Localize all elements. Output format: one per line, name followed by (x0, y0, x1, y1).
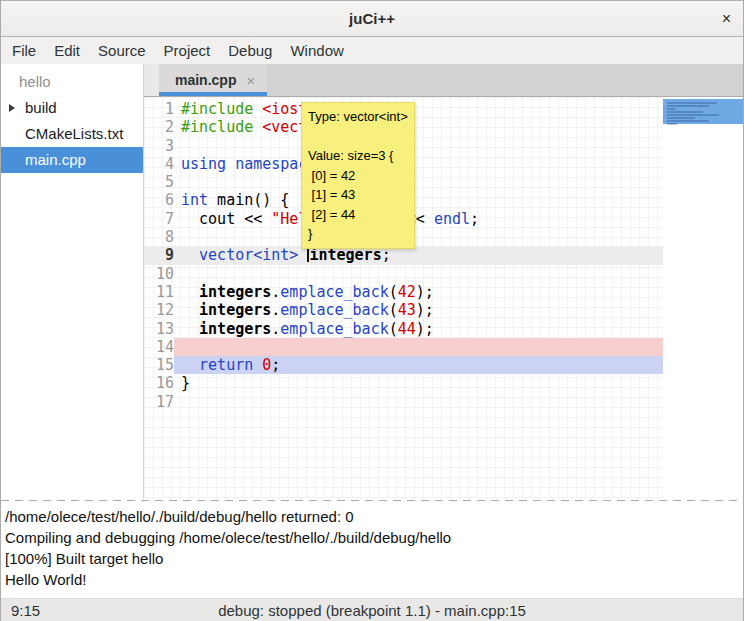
line-number: 9 (144, 246, 174, 264)
project-root-label: hello (1, 69, 143, 95)
file-tree-items: buildCMakeLists.txtmain.cpp (1, 95, 143, 173)
menu-item-source[interactable]: Source (89, 39, 155, 62)
code-text: integers.emplace_back(44); (174, 320, 663, 338)
tooltip-line: [1] = 43 (308, 185, 408, 205)
terminal-line: Compiling and debugging /home/olece/test… (5, 527, 739, 548)
tooltip-line: Value: size=3 { (308, 146, 408, 166)
terminal-output: /home/olece/test/hello/./build/debug/hel… (1, 503, 743, 598)
sidebar-item-build[interactable]: build (1, 95, 143, 121)
editor-pane: main.cpp × 1#include <iostream>2#include… (144, 64, 743, 499)
tooltip-line: [2] = 44 (308, 205, 408, 225)
line-number: 4 (144, 155, 174, 173)
expander-triangle-icon[interactable] (9, 104, 15, 112)
tab-main-cpp[interactable]: main.cpp × (159, 64, 267, 96)
sidebar-item-cmakelists-txt[interactable]: CMakeLists.txt (1, 121, 143, 147)
code-text (174, 173, 663, 191)
line-number: 12 (144, 301, 174, 319)
code-line-15[interactable]: 15 return 0; (144, 356, 663, 374)
code-text: } (174, 374, 663, 392)
terminal-line: Hello World! (5, 569, 739, 590)
sidebar-item-main-cpp[interactable]: main.cpp (1, 147, 143, 173)
code-line-14[interactable]: 14 (144, 338, 663, 356)
minimap-code-line (667, 120, 709, 122)
tab-label: main.cpp (175, 72, 236, 88)
line-number: 10 (144, 265, 174, 283)
active-tab-indicator (159, 92, 267, 96)
code-text: int main() { (174, 191, 663, 209)
code-line-17[interactable]: 17 (144, 393, 663, 411)
pane-splitter[interactable] (1, 499, 743, 503)
line-number: 2 (144, 118, 174, 136)
tabbar-spacer (144, 64, 159, 96)
menu-item-edit[interactable]: Edit (45, 39, 89, 62)
file-name-label: build (25, 99, 57, 116)
menu-item-project[interactable]: Project (155, 39, 220, 62)
status-debug-message: debug: stopped (breakpoint 1.1) - main.c… (218, 602, 526, 619)
splitter-dashed-line (1, 500, 743, 501)
window-title: juCi++ (349, 10, 395, 27)
menu-item-window[interactable]: Window (281, 39, 352, 62)
status-bar: 9:15 debug: stopped (breakpoint 1.1) - m… (1, 598, 743, 621)
code-text: integers.emplace_back(43); (174, 301, 663, 319)
tooltip-line (308, 127, 408, 147)
code-line-11[interactable]: 11 integers.emplace_back(42); (144, 283, 663, 301)
line-number: 15 (144, 356, 174, 374)
line-number: 6 (144, 191, 174, 209)
line-number: 14 (144, 338, 174, 356)
code-text (174, 265, 663, 283)
code-line-10[interactable]: 10 (144, 265, 663, 283)
code-text (174, 393, 663, 411)
status-time: 9:15 (11, 602, 40, 619)
code-line-13[interactable]: 13 integers.emplace_back(44); (144, 320, 663, 338)
terminal-line: [100%] Built target hello (5, 548, 739, 569)
line-number: 3 (144, 137, 174, 155)
line-number: 13 (144, 320, 174, 338)
menu-item-file[interactable]: File (3, 39, 45, 62)
code-editor[interactable]: 1#include <iostream>2#include <vector>34… (144, 97, 663, 499)
debug-value-tooltip: Type: vector<int> Value: size=3 { [0] = … (301, 102, 415, 249)
line-number: 5 (144, 173, 174, 191)
line-number: 16 (144, 374, 174, 392)
code-text (174, 338, 663, 356)
source-editor: 1#include <iostream>2#include <vector>34… (144, 97, 743, 499)
main-area: hello buildCMakeLists.txtmain.cpp main.c… (1, 64, 743, 499)
code-line-16[interactable]: 16} (144, 374, 663, 392)
file-name-label: main.cpp (25, 151, 86, 168)
title-bar: juCi++ × (1, 0, 743, 37)
minimap-viewport[interactable] (663, 99, 743, 124)
line-number: 1 (144, 100, 174, 118)
file-tree-sidebar: hello buildCMakeLists.txtmain.cpp (1, 64, 144, 499)
line-number: 8 (144, 228, 174, 246)
minimap[interactable] (663, 97, 743, 499)
line-number: 11 (144, 283, 174, 301)
menubar: FileEditSourceProjectDebugWindow (1, 37, 743, 64)
line-number: 7 (144, 210, 174, 228)
minimap-code-line (667, 111, 703, 113)
code-text: cout << "Hello World!" << endl; (174, 210, 663, 228)
tab-bar: main.cpp × (144, 64, 743, 97)
code-text: #include <vector> (174, 118, 663, 136)
code-text: return 0; (174, 356, 663, 374)
file-name-label: CMakeLists.txt (25, 125, 123, 142)
code-line-12[interactable]: 12 integers.emplace_back(43); (144, 301, 663, 319)
tooltip-line: [0] = 42 (308, 166, 408, 186)
minimap-code-line (667, 117, 695, 119)
code-text: using namespace std; (174, 155, 663, 173)
tab-close-icon[interactable]: × (246, 72, 255, 89)
code-text (174, 137, 663, 155)
minimap-code-line (667, 102, 717, 104)
minimap-code-line (667, 108, 675, 110)
window-close-icon[interactable]: × (722, 10, 731, 28)
minimap-code-line (667, 105, 709, 107)
minimap-code-line (667, 114, 719, 116)
code-text: #include <iostream> (174, 100, 663, 118)
minimap-code-line (667, 123, 677, 125)
app-window: juCi++ × FileEditSourceProjectDebugWindo… (0, 0, 744, 621)
terminal-line: /home/olece/test/hello/./build/debug/hel… (5, 506, 739, 527)
menu-item-debug[interactable]: Debug (219, 39, 281, 62)
code-text: vector<int> integers; (174, 246, 663, 264)
line-number: 17 (144, 393, 174, 411)
code-line-9[interactable]: 9 vector<int> integers; (144, 246, 663, 264)
code-text: integers.emplace_back(42); (174, 283, 663, 301)
tooltip-line: Type: vector<int> (308, 107, 408, 127)
